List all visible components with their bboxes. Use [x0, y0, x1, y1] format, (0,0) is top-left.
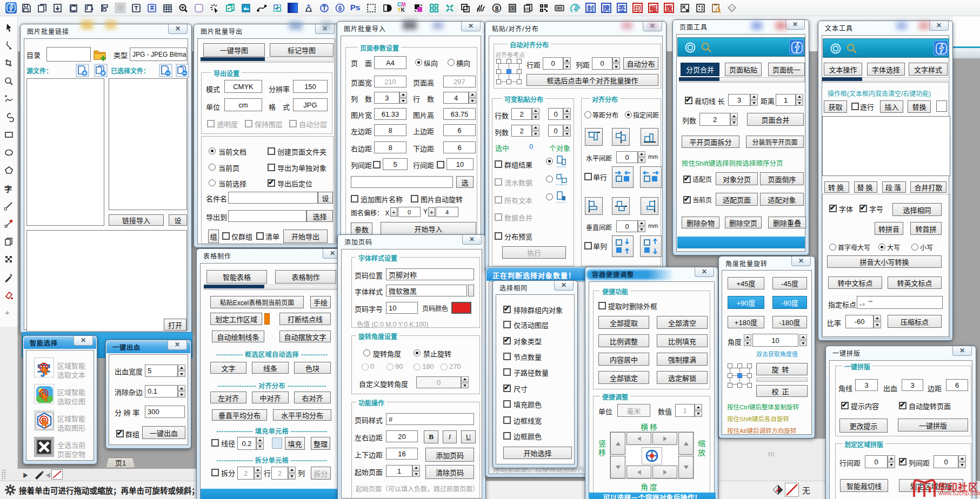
- svg-text:9: 9: [511, 5, 514, 11]
- svg-text:6: 6: [338, 5, 342, 12]
- svg-text:123: 123: [524, 7, 530, 11]
- svg-text:8: 8: [495, 5, 499, 12]
